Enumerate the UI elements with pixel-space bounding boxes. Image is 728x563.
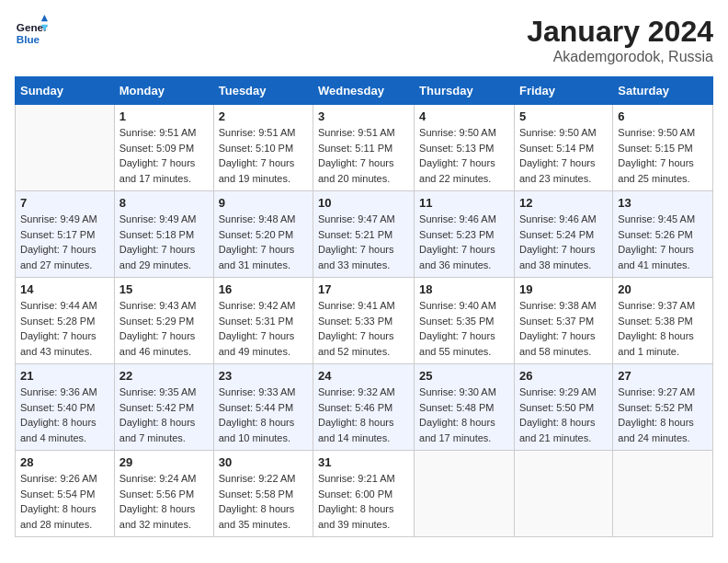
day-number: 5 (519, 109, 608, 123)
day-info: Sunrise: 9:51 AM Sunset: 5:09 PM Dayligh… (119, 125, 209, 186)
page-title: January 2024 (527, 15, 713, 49)
day-number: 16 (219, 282, 308, 296)
day-number: 26 (519, 369, 608, 383)
day-number: 10 (318, 196, 409, 210)
day-number: 18 (419, 282, 509, 296)
day-info: Sunrise: 9:40 AM Sunset: 5:35 PM Dayligh… (419, 298, 509, 359)
day-info: Sunrise: 9:46 AM Sunset: 5:24 PM Dayligh… (519, 212, 608, 272)
column-header-thursday: Thursday (415, 77, 515, 105)
day-info: Sunrise: 9:29 AM Sunset: 5:50 PM Dayligh… (519, 385, 608, 445)
day-info: Sunrise: 9:41 AM Sunset: 5:33 PM Dayligh… (318, 298, 409, 359)
day-number: 14 (20, 282, 109, 296)
day-info: Sunrise: 9:33 AM Sunset: 5:44 PM Dayligh… (219, 385, 308, 445)
day-info: Sunrise: 9:51 AM Sunset: 5:11 PM Dayligh… (318, 125, 409, 186)
day-info: Sunrise: 9:49 AM Sunset: 5:18 PM Dayligh… (119, 212, 209, 272)
day-cell: 7Sunrise: 9:49 AM Sunset: 5:17 PM Daylig… (16, 191, 115, 278)
day-number: 17 (318, 282, 409, 296)
day-cell (415, 451, 515, 537)
day-info: Sunrise: 9:22 AM Sunset: 5:58 PM Dayligh… (219, 471, 308, 532)
page-header: General Blue January 2024 Akademgorodok,… (15, 15, 713, 65)
day-cell: 6Sunrise: 9:50 AM Sunset: 5:15 PM Daylig… (613, 105, 713, 191)
day-cell: 31Sunrise: 9:21 AM Sunset: 6:00 PM Dayli… (313, 451, 414, 537)
day-cell: 1Sunrise: 9:51 AM Sunset: 5:09 PM Daylig… (114, 105, 213, 191)
day-number: 19 (519, 282, 608, 296)
day-cell: 17Sunrise: 9:41 AM Sunset: 5:33 PM Dayli… (313, 278, 414, 364)
day-info: Sunrise: 9:48 AM Sunset: 5:20 PM Dayligh… (219, 212, 308, 272)
day-info: Sunrise: 9:50 AM Sunset: 5:15 PM Dayligh… (618, 125, 708, 186)
svg-text:Blue: Blue (17, 33, 40, 45)
day-cell: 13Sunrise: 9:45 AM Sunset: 5:26 PM Dayli… (613, 191, 713, 278)
day-info: Sunrise: 9:26 AM Sunset: 5:54 PM Dayligh… (20, 471, 109, 532)
day-cell: 3Sunrise: 9:51 AM Sunset: 5:11 PM Daylig… (313, 105, 414, 191)
svg-marker-2 (41, 15, 48, 21)
day-number: 3 (318, 109, 409, 123)
day-info: Sunrise: 9:45 AM Sunset: 5:26 PM Dayligh… (618, 212, 708, 272)
day-info: Sunrise: 9:35 AM Sunset: 5:42 PM Dayligh… (119, 385, 209, 445)
day-cell: 15Sunrise: 9:43 AM Sunset: 5:29 PM Dayli… (114, 278, 213, 364)
day-number: 8 (119, 196, 209, 210)
day-cell (16, 105, 115, 191)
week-row-3: 14Sunrise: 9:44 AM Sunset: 5:28 PM Dayli… (16, 278, 713, 364)
day-info: Sunrise: 9:49 AM Sunset: 5:17 PM Dayligh… (20, 212, 109, 272)
day-info: Sunrise: 9:43 AM Sunset: 5:29 PM Dayligh… (119, 298, 209, 359)
day-number: 27 (618, 369, 708, 383)
column-header-tuesday: Tuesday (213, 77, 313, 105)
day-number: 15 (119, 282, 209, 296)
week-row-1: 1Sunrise: 9:51 AM Sunset: 5:09 PM Daylig… (16, 105, 713, 191)
day-cell: 27Sunrise: 9:27 AM Sunset: 5:52 PM Dayli… (613, 364, 713, 451)
day-cell: 23Sunrise: 9:33 AM Sunset: 5:44 PM Dayli… (213, 364, 313, 451)
week-row-2: 7Sunrise: 9:49 AM Sunset: 5:17 PM Daylig… (16, 191, 713, 278)
day-number: 23 (219, 369, 308, 383)
day-cell: 12Sunrise: 9:46 AM Sunset: 5:24 PM Dayli… (514, 191, 612, 278)
day-cell: 14Sunrise: 9:44 AM Sunset: 5:28 PM Dayli… (16, 278, 115, 364)
day-info: Sunrise: 9:21 AM Sunset: 6:00 PM Dayligh… (318, 471, 409, 532)
day-cell: 24Sunrise: 9:32 AM Sunset: 5:46 PM Dayli… (313, 364, 414, 451)
day-info: Sunrise: 9:37 AM Sunset: 5:38 PM Dayligh… (618, 298, 708, 359)
column-header-sunday: Sunday (16, 77, 115, 105)
day-cell (613, 451, 713, 537)
day-cell: 30Sunrise: 9:22 AM Sunset: 5:58 PM Dayli… (213, 451, 313, 537)
header-row: SundayMondayTuesdayWednesdayThursdayFrid… (16, 77, 713, 105)
day-cell: 26Sunrise: 9:29 AM Sunset: 5:50 PM Dayli… (514, 364, 612, 451)
day-info: Sunrise: 9:36 AM Sunset: 5:40 PM Dayligh… (20, 385, 109, 445)
day-info: Sunrise: 9:27 AM Sunset: 5:52 PM Dayligh… (618, 385, 708, 445)
day-cell: 10Sunrise: 9:47 AM Sunset: 5:21 PM Dayli… (313, 191, 414, 278)
week-row-4: 21Sunrise: 9:36 AM Sunset: 5:40 PM Dayli… (16, 364, 713, 451)
logo-icon: General Blue (15, 15, 48, 48)
day-cell: 29Sunrise: 9:24 AM Sunset: 5:56 PM Dayli… (114, 451, 213, 537)
day-number: 9 (219, 196, 308, 210)
day-cell: 5Sunrise: 9:50 AM Sunset: 5:14 PM Daylig… (514, 105, 612, 191)
day-number: 7 (20, 196, 109, 210)
column-header-wednesday: Wednesday (313, 77, 414, 105)
day-cell (514, 451, 612, 537)
day-cell: 25Sunrise: 9:30 AM Sunset: 5:48 PM Dayli… (415, 364, 515, 451)
day-number: 31 (318, 455, 409, 469)
day-number: 21 (20, 369, 109, 383)
day-cell: 16Sunrise: 9:42 AM Sunset: 5:31 PM Dayli… (213, 278, 313, 364)
day-number: 28 (20, 455, 109, 469)
day-cell: 9Sunrise: 9:48 AM Sunset: 5:20 PM Daylig… (213, 191, 313, 278)
day-info: Sunrise: 9:30 AM Sunset: 5:48 PM Dayligh… (419, 385, 509, 445)
day-info: Sunrise: 9:38 AM Sunset: 5:37 PM Dayligh… (519, 298, 608, 359)
day-cell: 4Sunrise: 9:50 AM Sunset: 5:13 PM Daylig… (415, 105, 515, 191)
page-subtitle: Akademgorodok, Russia (527, 49, 713, 65)
day-cell: 28Sunrise: 9:26 AM Sunset: 5:54 PM Dayli… (16, 451, 115, 537)
day-info: Sunrise: 9:50 AM Sunset: 5:14 PM Dayligh… (519, 125, 608, 186)
day-info: Sunrise: 9:46 AM Sunset: 5:23 PM Dayligh… (419, 212, 509, 272)
column-header-saturday: Saturday (613, 77, 713, 105)
day-cell: 8Sunrise: 9:49 AM Sunset: 5:18 PM Daylig… (114, 191, 213, 278)
day-number: 24 (318, 369, 409, 383)
day-info: Sunrise: 9:44 AM Sunset: 5:28 PM Dayligh… (20, 298, 109, 359)
calendar-table: SundayMondayTuesdayWednesdayThursdayFrid… (15, 76, 713, 537)
day-cell: 22Sunrise: 9:35 AM Sunset: 5:42 PM Dayli… (114, 364, 213, 451)
day-info: Sunrise: 9:42 AM Sunset: 5:31 PM Dayligh… (219, 298, 308, 359)
day-number: 22 (119, 369, 209, 383)
day-number: 12 (519, 196, 608, 210)
day-number: 29 (119, 455, 209, 469)
day-number: 1 (119, 109, 209, 123)
day-number: 6 (618, 109, 708, 123)
day-cell: 18Sunrise: 9:40 AM Sunset: 5:35 PM Dayli… (415, 278, 515, 364)
week-row-5: 28Sunrise: 9:26 AM Sunset: 5:54 PM Dayli… (16, 451, 713, 537)
day-info: Sunrise: 9:24 AM Sunset: 5:56 PM Dayligh… (119, 471, 209, 532)
day-number: 25 (419, 369, 509, 383)
